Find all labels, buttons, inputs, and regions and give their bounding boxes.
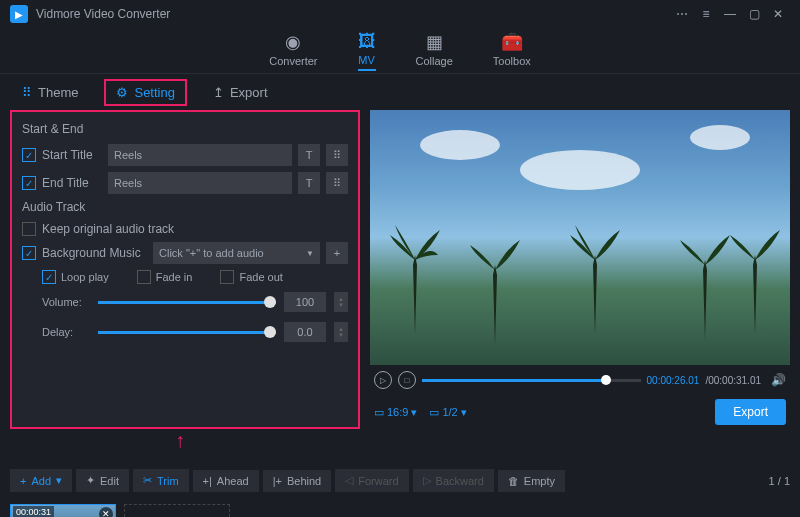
export-button[interactable]: Export — [715, 399, 786, 425]
empty-button[interactable]: 🗑 Empty — [498, 470, 565, 492]
audio-header: Audio Track — [22, 200, 348, 214]
pager: 1 / 1 — [769, 475, 790, 487]
delay-value[interactable]: 0.0 — [284, 322, 326, 342]
delay-slider[interactable] — [98, 331, 276, 334]
menu-icon[interactable]: ≡ — [694, 2, 718, 26]
clips-strip: 00:00:31 ✕ ▷ 🔇 ★ ✂ + — [0, 498, 800, 517]
delay-label: Delay: — [42, 326, 90, 338]
tab-setting[interactable]: ⚙Setting — [104, 79, 186, 106]
nav-converter[interactable]: ◉Converter — [269, 31, 317, 70]
theme-icon: ⠿ — [22, 85, 32, 100]
startend-header: Start & End — [22, 122, 348, 136]
bg-music-checkbox[interactable]: ✓ — [22, 246, 36, 260]
end-title-checkbox[interactable]: ✓ — [22, 176, 36, 190]
player-options: ▭ 16:9 ▾ ▭ 1/2 ▾ Export — [370, 395, 790, 429]
keep-original-checkbox[interactable]: ✓ — [22, 222, 36, 236]
bg-music-select[interactable]: Click "+" to add audio — [153, 242, 320, 264]
feedback-icon[interactable]: ⋯ — [670, 2, 694, 26]
minimize-icon[interactable]: — — [718, 2, 742, 26]
stop-button[interactable]: □ — [398, 371, 416, 389]
titlebar: ▶ Vidmore Video Converter ⋯ ≡ — ▢ ✕ — [0, 0, 800, 28]
time-total: /00:00:31.01 — [705, 375, 761, 386]
annotation-arrow: ↑ — [0, 429, 800, 463]
ahead-button[interactable]: +| Ahead — [193, 470, 259, 492]
behind-button[interactable]: |+ Behind — [263, 470, 332, 492]
start-title-input[interactable] — [108, 144, 292, 166]
player-controls: ▷ □ 00:00:26.01/00:00:31.01 🔊 — [370, 365, 790, 395]
top-navigation: ◉Converter 🖼MV ▦Collage 🧰Toolbox — [0, 28, 800, 74]
collage-icon: ▦ — [426, 31, 443, 53]
sub-tabs: ⠿Theme ⚙Setting ↥Export — [0, 74, 800, 110]
tab-theme[interactable]: ⠿Theme — [12, 81, 88, 104]
export-icon: ↥ — [213, 85, 224, 100]
mv-icon: 🖼 — [358, 31, 376, 52]
volume-icon[interactable]: 🔊 — [771, 373, 786, 387]
preview-panel: ▷ □ 00:00:26.01/00:00:31.01 🔊 ▭ 16:9 ▾ ▭… — [370, 110, 790, 429]
loop-checkbox[interactable]: ✓ — [42, 270, 56, 284]
end-title-label: End Title — [42, 176, 102, 190]
start-title-label: Start Title — [42, 148, 102, 162]
volume-label: Volume: — [42, 296, 90, 308]
settings-panel: Start & End ✓ Start Title T ⠿ ✓ End Titl… — [10, 110, 360, 429]
start-title-checkbox[interactable]: ✓ — [22, 148, 36, 162]
fadein-checkbox[interactable]: ✓ — [137, 270, 151, 284]
nav-mv[interactable]: 🖼MV — [358, 31, 376, 71]
nav-collage[interactable]: ▦Collage — [416, 31, 453, 70]
bg-music-label: Background Music — [42, 246, 147, 260]
maximize-icon[interactable]: ▢ — [742, 2, 766, 26]
add-audio-button[interactable]: + — [326, 242, 348, 264]
fadeout-checkbox[interactable]: ✓ — [220, 270, 234, 284]
clip-remove-icon[interactable]: ✕ — [99, 507, 113, 517]
clip-duration: 00:00:31 — [13, 506, 54, 517]
clip-toolbar: + Add ▾ ✦ Edit ✂ Trim +| Ahead |+ Behind… — [0, 463, 800, 498]
video-preview[interactable] — [370, 110, 790, 365]
gear-icon: ⚙ — [116, 85, 128, 100]
aspect-ratio-select[interactable]: ▭ 16:9 ▾ — [374, 406, 417, 419]
end-title-input[interactable] — [108, 172, 292, 194]
clip-thumbnail[interactable]: 00:00:31 ✕ ▷ 🔇 ★ ✂ — [10, 504, 116, 517]
volume-slider[interactable] — [98, 301, 276, 304]
end-more-button[interactable]: ⠿ — [326, 172, 348, 194]
close-icon[interactable]: ✕ — [766, 2, 790, 26]
nav-toolbox[interactable]: 🧰Toolbox — [493, 31, 531, 70]
converter-icon: ◉ — [285, 31, 301, 53]
play-button[interactable]: ▷ — [374, 371, 392, 389]
app-title: Vidmore Video Converter — [36, 7, 170, 21]
toolbox-icon: 🧰 — [501, 31, 523, 53]
forward-button[interactable]: ◁ Forward — [335, 469, 408, 492]
progress-bar[interactable] — [422, 379, 641, 382]
app-logo-icon: ▶ — [10, 5, 28, 23]
delay-spinner[interactable]: ▲▼ — [334, 322, 348, 342]
time-current: 00:00:26.01 — [647, 375, 700, 386]
up-arrow-icon: ↑ — [175, 429, 185, 452]
tab-export[interactable]: ↥Export — [203, 81, 278, 104]
end-font-button[interactable]: T — [298, 172, 320, 194]
edit-button[interactable]: ✦ Edit — [76, 469, 129, 492]
volume-value[interactable]: 100 — [284, 292, 326, 312]
backward-button[interactable]: ▷ Backward — [413, 469, 494, 492]
zoom-select[interactable]: ▭ 1/2 ▾ — [429, 406, 466, 419]
add-button[interactable]: + Add ▾ — [10, 469, 72, 492]
start-more-button[interactable]: ⠿ — [326, 144, 348, 166]
volume-spinner[interactable]: ▲▼ — [334, 292, 348, 312]
add-clip-slot[interactable]: + — [124, 504, 230, 517]
trim-button[interactable]: ✂ Trim — [133, 469, 189, 492]
keep-original-label: Keep original audio track — [42, 222, 174, 236]
start-font-button[interactable]: T — [298, 144, 320, 166]
